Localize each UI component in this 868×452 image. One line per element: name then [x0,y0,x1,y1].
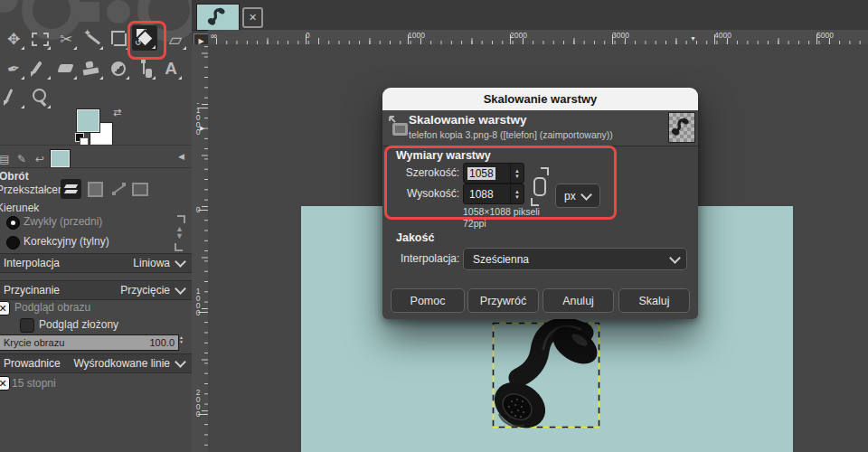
scale-button[interactable]: Skaluj [618,288,690,313]
height-spinner[interactable]: ▲▼ [510,184,524,203]
pivot-corner-icon [177,215,185,223]
shear-tool[interactable]: ▱ [163,26,188,52]
fuzzy-select-tool[interactable]: ✦ [80,26,105,52]
transform-target-layer-button[interactable] [61,179,81,199]
direction-normal-label[interactable]: Zwykły (przedni) [24,215,102,228]
dock-tab-image-thumbnail[interactable] [51,150,70,167]
color-picker-tool[interactable] [1,85,26,110]
dock-tab-undo-history[interactable]: ↩ [32,151,48,166]
width-input[interactable]: 1058 ▲▼ [463,163,524,184]
dialog-interpolation-dropdown[interactable]: Sześcienna [463,248,687,270]
preview-checkbox[interactable]: ✕ [0,301,10,315]
preview-label[interactable]: Podgląd obrazu [14,301,90,314]
hruler-label: 3000 [612,31,629,40]
composited-preview-checkbox[interactable] [20,318,34,333]
guides-dropdown[interactable]: Prowadnice Wyśrodkowane linie [0,353,192,373]
decorative-shape [0,0,18,13]
horizontal-ruler[interactable]: ∞ 0 1000 2000 3000 4000 5000 ▼ [208,30,868,45]
vruler-label: 1000 [193,287,203,315]
dialog-title: Skalowanie warstwy [484,92,598,106]
move-icon: ✥ [7,30,20,49]
chevron-down-icon [175,356,186,368]
interpolation-value: Liniowa [133,257,170,269]
height-input[interactable]: 1088 ▲▼ [463,184,524,204]
transform-target-image-button[interactable] [129,179,150,199]
width-spinner[interactable]: ▲▼ [510,164,524,183]
vertical-ruler[interactable]: -1000 0 1000 2000 ▶ [192,44,209,452]
hruler-label: ∞ [211,31,217,41]
chevron-down-icon [175,256,186,268]
chain-bottom-hook [531,198,539,206]
direction-corrective-label[interactable]: Korekcyjny (tylny) [24,235,109,248]
opacity-slider[interactable]: Krycie obrazu 100.0 [0,334,179,351]
chain-ring [533,177,546,196]
reset-button[interactable]: Przywróć [467,288,539,313]
scissors-select-tool[interactable]: ✂ [53,26,79,52]
scale-layer-icon [388,115,410,140]
rectangle-select-tool[interactable] [27,26,52,52]
composited-preview-label[interactable]: Podgląd złożony [39,318,118,331]
hruler-label: 0 [306,31,310,40]
help-button[interactable]: Pomoc [391,288,465,313]
opacity-label: Krycie obrazu [4,337,64,348]
dialog-header-subtitle: telefon kopia 3.png-8 ([telefon] (zaimpo… [409,129,613,140]
cancel-button-label: Anuluj [562,295,594,307]
unified-transform-tool[interactable]: ↺ [132,25,157,51]
scale-button-label: Skaluj [638,295,669,307]
interpolation-label: Interpolacja [4,257,60,269]
dock-collapse-button[interactable]: ◀ [178,152,184,161]
telephone-layer[interactable] [452,316,633,452]
spin-down-icon: ▼ [514,194,520,200]
tab-close-button[interactable]: ✕ [242,7,263,28]
opacity-spinner[interactable]: ▲▼ [179,335,184,344]
direction-corrective-radio[interactable] [6,236,20,250]
move-tool[interactable]: ✥ [1,26,26,52]
path-pen-icon [146,69,152,78]
hruler-label: 1000 [408,31,425,40]
paintbrush-tool[interactable] [27,56,52,81]
zoom-tool[interactable] [27,85,52,110]
text-tool[interactable]: A [158,56,184,81]
dock-tab-device-status[interactable]: ✎ [14,151,30,166]
width-label: Szerokość: [392,166,459,179]
paths-tool[interactable] [132,56,157,81]
swap-colors-icon[interactable]: ⇄ [113,107,121,118]
direction-normal-radio[interactable] [6,216,20,230]
dialog-titlebar[interactable]: Skalowanie warstwy [382,88,698,110]
unit-dropdown[interactable]: px [555,184,600,208]
dodge-burn-tool[interactable] [106,56,131,81]
crop-tool[interactable] [106,26,131,52]
eraser-tool[interactable] [53,56,79,81]
chain-top-hook [541,167,549,175]
path-anchor-icon [122,183,126,186]
scale-layer-dialog: Skalowanie warstwy Skalowanie warstwy te… [382,88,698,319]
decorative-shape [80,2,99,22]
ppi-text: 72ppi [463,218,486,229]
undo-history-tab-icon: ↩ [35,153,44,165]
transform-target-selection-button[interactable] [85,179,106,199]
height-label: Wysokość: [392,187,459,200]
guides-value: Wyśrodkowane linie [73,357,170,370]
paintbrush-tip-icon [31,71,36,77]
cancel-button[interactable]: Anuluj [542,288,614,313]
interpolation-dropdown[interactable]: Interpolacja Liniowa [0,253,192,273]
chevron-down-icon [580,189,592,201]
foreground-color-swatch[interactable] [77,109,99,132]
constraint-15-checkbox[interactable]: ✕ [0,376,10,391]
layer-icon [64,190,78,193]
text-icon: A [165,59,177,79]
ink-tool[interactable]: ✒ [1,56,26,81]
dock-tab-tool-options[interactable]: ▤ [0,151,13,166]
image-tab[interactable] [196,4,240,31]
clone-tool[interactable] [80,56,105,81]
help-button-label: Pomoc [410,295,446,307]
chain-link-icon[interactable] [530,167,548,205]
scissors-icon: ✂ [60,30,72,49]
decorative-shape [107,0,130,24]
transform-target-path-button[interactable] [108,179,129,199]
vruler-label: 2000 [193,388,203,417]
clipping-dropdown[interactable]: Przycinanie Przycięcie [0,280,192,300]
dimensions-section-title: Wymiary warstwy [396,149,491,162]
path-anchor-icon [141,59,146,63]
constraint-15-label[interactable]: 15 stopni [12,377,56,390]
